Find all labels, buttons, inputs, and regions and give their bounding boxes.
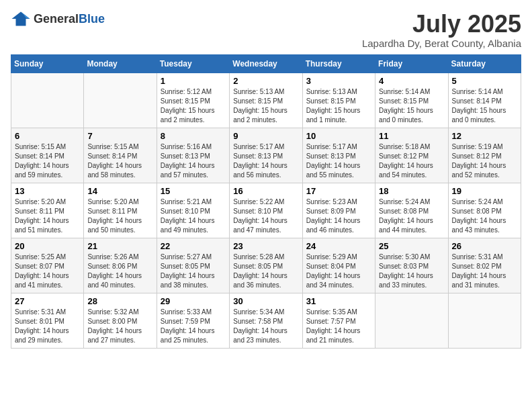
day-number: 13 (15, 186, 80, 196)
logo-text-blue: Blue (79, 12, 105, 26)
month-title: July 2025 (362, 11, 521, 38)
day-number: 4 (379, 76, 444, 86)
header-day-friday: Friday (375, 54, 448, 73)
calendar-cell: 27Sunrise: 5:31 AM Sunset: 8:01 PM Dayli… (11, 293, 84, 348)
day-number: 18 (379, 186, 444, 196)
day-number: 17 (306, 186, 371, 196)
day-info: Sunrise: 5:12 AM Sunset: 8:15 PM Dayligh… (161, 87, 226, 125)
calendar-cell: 25Sunrise: 5:30 AM Sunset: 8:03 PM Dayli… (375, 238, 448, 293)
calendar-cell: 28Sunrise: 5:32 AM Sunset: 8:00 PM Dayli… (84, 293, 157, 348)
calendar-cell: 12Sunrise: 5:19 AM Sunset: 8:12 PM Dayli… (448, 128, 521, 183)
calendar-cell: 23Sunrise: 5:28 AM Sunset: 8:05 PM Dayli… (230, 238, 302, 293)
calendar-cell (375, 293, 448, 348)
day-info: Sunrise: 5:14 AM Sunset: 8:14 PM Dayligh… (452, 87, 517, 125)
header-day-thursday: Thursday (302, 54, 375, 73)
calendar-cell: 3Sunrise: 5:13 AM Sunset: 8:15 PM Daylig… (302, 73, 375, 128)
week-row-2: 6Sunrise: 5:15 AM Sunset: 8:14 PM Daylig… (11, 128, 521, 183)
day-number: 23 (233, 241, 298, 251)
day-number: 3 (306, 76, 371, 86)
day-number: 21 (87, 241, 152, 251)
day-number: 9 (233, 131, 298, 141)
day-info: Sunrise: 5:28 AM Sunset: 8:05 PM Dayligh… (233, 253, 298, 290)
day-info: Sunrise: 5:23 AM Sunset: 8:09 PM Dayligh… (306, 197, 371, 235)
day-number: 27 (15, 296, 80, 306)
logo: General Blue (11, 11, 105, 27)
day-info: Sunrise: 5:21 AM Sunset: 8:10 PM Dayligh… (161, 197, 226, 235)
calendar-cell: 26Sunrise: 5:31 AM Sunset: 8:02 PM Dayli… (448, 238, 521, 293)
calendar-cell (84, 73, 157, 128)
calendar-cell: 10Sunrise: 5:17 AM Sunset: 8:13 PM Dayli… (302, 128, 375, 183)
day-number: 24 (306, 241, 371, 251)
day-info: Sunrise: 5:31 AM Sunset: 8:01 PM Dayligh… (15, 308, 80, 345)
day-number: 6 (15, 131, 80, 141)
day-info: Sunrise: 5:17 AM Sunset: 8:13 PM Dayligh… (306, 142, 371, 180)
day-info: Sunrise: 5:35 AM Sunset: 7:57 PM Dayligh… (306, 308, 371, 345)
day-info: Sunrise: 5:30 AM Sunset: 8:03 PM Dayligh… (379, 253, 444, 290)
calendar-cell: 4Sunrise: 5:14 AM Sunset: 8:15 PM Daylig… (375, 73, 448, 128)
calendar-cell: 11Sunrise: 5:18 AM Sunset: 8:12 PM Dayli… (375, 128, 448, 183)
day-info: Sunrise: 5:19 AM Sunset: 8:12 PM Dayligh… (452, 142, 517, 180)
calendar-table: SundayMondayTuesdayWednesdayThursdayFrid… (11, 54, 521, 349)
day-number: 12 (452, 131, 517, 141)
week-row-5: 27Sunrise: 5:31 AM Sunset: 8:01 PM Dayli… (11, 293, 521, 348)
day-info: Sunrise: 5:33 AM Sunset: 7:59 PM Dayligh… (161, 308, 226, 345)
day-info: Sunrise: 5:20 AM Sunset: 8:11 PM Dayligh… (87, 197, 152, 235)
day-number: 8 (161, 131, 226, 141)
day-number: 14 (87, 186, 152, 196)
header-day-saturday: Saturday (448, 54, 521, 73)
calendar-cell: 29Sunrise: 5:33 AM Sunset: 7:59 PM Dayli… (157, 293, 229, 348)
calendar-cell: 14Sunrise: 5:20 AM Sunset: 8:11 PM Dayli… (84, 183, 157, 238)
calendar-cell: 20Sunrise: 5:25 AM Sunset: 8:07 PM Dayli… (11, 238, 84, 293)
day-number: 15 (161, 186, 226, 196)
title-block: July 2025 Lapardha Dy, Berat County, Alb… (362, 11, 521, 49)
day-info: Sunrise: 5:31 AM Sunset: 8:02 PM Dayligh… (452, 253, 517, 290)
day-number: 5 (452, 76, 517, 86)
calendar-cell: 17Sunrise: 5:23 AM Sunset: 8:09 PM Dayli… (302, 183, 375, 238)
calendar-cell: 24Sunrise: 5:29 AM Sunset: 8:04 PM Dayli… (302, 238, 375, 293)
day-info: Sunrise: 5:15 AM Sunset: 8:14 PM Dayligh… (87, 142, 152, 180)
calendar-cell: 8Sunrise: 5:16 AM Sunset: 8:13 PM Daylig… (157, 128, 229, 183)
day-info: Sunrise: 5:18 AM Sunset: 8:12 PM Dayligh… (379, 142, 444, 180)
day-number: 19 (452, 186, 517, 196)
calendar-cell: 19Sunrise: 5:24 AM Sunset: 8:08 PM Dayli… (448, 183, 521, 238)
calendar-cell (448, 293, 521, 348)
page-header: General Blue July 2025 Lapardha Dy, Bera… (11, 11, 521, 49)
header-day-monday: Monday (84, 54, 157, 73)
day-number: 7 (87, 131, 152, 141)
day-number: 16 (233, 186, 298, 196)
calendar-cell (11, 73, 84, 128)
day-number: 26 (452, 241, 517, 251)
day-info: Sunrise: 5:24 AM Sunset: 8:08 PM Dayligh… (452, 197, 517, 235)
day-info: Sunrise: 5:14 AM Sunset: 8:15 PM Dayligh… (379, 87, 444, 125)
calendar-cell: 7Sunrise: 5:15 AM Sunset: 8:14 PM Daylig… (84, 128, 157, 183)
calendar-cell: 2Sunrise: 5:13 AM Sunset: 8:15 PM Daylig… (230, 73, 302, 128)
calendar-cell: 31Sunrise: 5:35 AM Sunset: 7:57 PM Dayli… (302, 293, 375, 348)
day-info: Sunrise: 5:13 AM Sunset: 8:15 PM Dayligh… (233, 87, 298, 125)
calendar-cell: 6Sunrise: 5:15 AM Sunset: 8:14 PM Daylig… (11, 128, 84, 183)
day-number: 29 (161, 296, 226, 306)
day-number: 30 (233, 296, 298, 306)
calendar-header: SundayMondayTuesdayWednesdayThursdayFrid… (11, 54, 521, 73)
logo-icon (11, 11, 31, 27)
day-info: Sunrise: 5:24 AM Sunset: 8:08 PM Dayligh… (379, 197, 444, 235)
calendar-cell: 21Sunrise: 5:26 AM Sunset: 8:06 PM Dayli… (84, 238, 157, 293)
calendar-cell: 30Sunrise: 5:34 AM Sunset: 7:58 PM Dayli… (230, 293, 302, 348)
day-number: 31 (306, 296, 371, 306)
calendar-cell: 1Sunrise: 5:12 AM Sunset: 8:15 PM Daylig… (157, 73, 229, 128)
day-info: Sunrise: 5:15 AM Sunset: 8:14 PM Dayligh… (15, 142, 80, 180)
header-row: SundayMondayTuesdayWednesdayThursdayFrid… (11, 54, 521, 73)
day-info: Sunrise: 5:16 AM Sunset: 8:13 PM Dayligh… (161, 142, 226, 180)
header-day-tuesday: Tuesday (157, 54, 229, 73)
day-number: 1 (161, 76, 226, 86)
day-number: 22 (161, 241, 226, 251)
calendar-cell: 18Sunrise: 5:24 AM Sunset: 8:08 PM Dayli… (375, 183, 448, 238)
week-row-1: 1Sunrise: 5:12 AM Sunset: 8:15 PM Daylig… (11, 73, 521, 128)
day-number: 28 (87, 296, 152, 306)
calendar-cell: 16Sunrise: 5:22 AM Sunset: 8:10 PM Dayli… (230, 183, 302, 238)
day-info: Sunrise: 5:27 AM Sunset: 8:05 PM Dayligh… (161, 253, 226, 290)
location-title: Lapardha Dy, Berat County, Albania (362, 38, 521, 49)
week-row-3: 13Sunrise: 5:20 AM Sunset: 8:11 PM Dayli… (11, 183, 521, 238)
day-info: Sunrise: 5:20 AM Sunset: 8:11 PM Dayligh… (15, 197, 80, 235)
calendar-cell: 5Sunrise: 5:14 AM Sunset: 8:14 PM Daylig… (448, 73, 521, 128)
header-day-wednesday: Wednesday (230, 54, 302, 73)
